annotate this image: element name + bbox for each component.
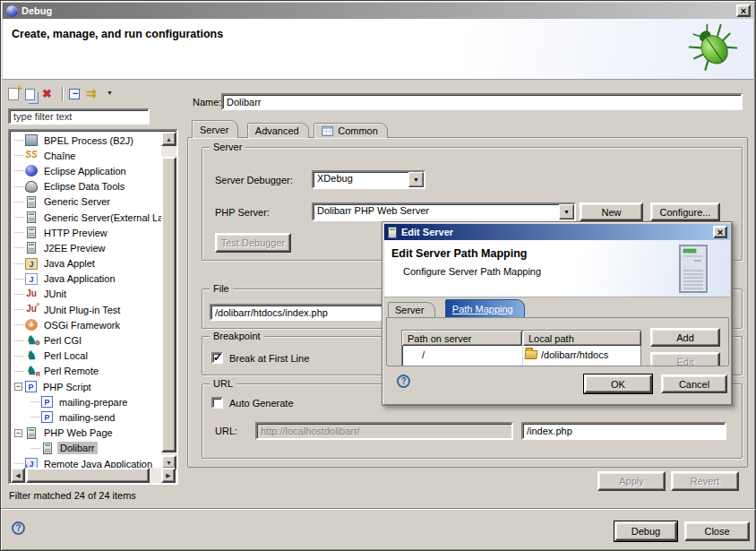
window-title: Debug xyxy=(21,5,52,16)
tree-item-mailing-prepare[interactable]: mailing-prepare xyxy=(11,394,160,409)
tree-connector xyxy=(30,417,40,418)
tab-common[interactable]: Common xyxy=(314,123,388,138)
name-input[interactable] xyxy=(221,93,743,110)
tree-item-mailing-send[interactable]: mailing-send xyxy=(11,409,160,425)
tab-label: Server xyxy=(200,125,228,135)
server-debugger-combo[interactable]: XDebug xyxy=(312,170,425,189)
junit-icon xyxy=(25,288,38,300)
menu-arrow-icon[interactable] xyxy=(107,87,115,101)
collapse-expander-icon[interactable]: − xyxy=(14,383,22,391)
perl-remote-icon xyxy=(25,366,38,377)
ok-button[interactable]: OK xyxy=(584,375,652,393)
tree-item-j2ee-preview[interactable]: J2EE Preview xyxy=(11,240,160,255)
banner-title: Create, manage, and run configurations xyxy=(3,19,753,40)
tree-item-junit-plug-in-test[interactable]: JUnit Plug-in Test xyxy=(11,302,160,317)
tree-vertical-scrollbar[interactable]: ▲ ▼ xyxy=(161,132,176,469)
tree-horizontal-scrollbar[interactable]: ◀ ▶ xyxy=(11,468,176,483)
tree-item-dolibarr[interactable]: Dolibarr xyxy=(11,441,160,456)
tree-item-osgi-framework[interactable]: OSGi Framework xyxy=(11,317,160,332)
path-mapping-table[interactable]: Path on serverLocal path//dolibarr/htdoc… xyxy=(401,330,641,366)
tree-item-perl-local[interactable]: Perl Local xyxy=(11,349,160,364)
dialog-close-button[interactable] xyxy=(713,226,727,238)
collapse-expander-icon[interactable]: − xyxy=(14,429,22,437)
file-group-title: File xyxy=(210,283,233,294)
help-icon[interactable] xyxy=(12,521,25,535)
tree-item-eclipse-data-tools[interactable]: Eclipse Data Tools xyxy=(11,179,160,194)
vertical-scroll-thumb[interactable] xyxy=(161,157,176,452)
tree-connector xyxy=(14,324,24,325)
config-toolbar xyxy=(8,84,115,104)
scroll-right-icon[interactable]: ▶ xyxy=(161,468,176,483)
tree-item-label: Perl CGI xyxy=(41,334,84,347)
tree-item-perl-cgi[interactable]: Perl CGI xyxy=(11,332,160,348)
tree-item-cha-ne[interactable]: Chaîne xyxy=(11,148,160,163)
dialog-titlebar[interactable]: Edit Server xyxy=(384,224,730,240)
folder-icon xyxy=(524,350,537,359)
tree-item-php-web-page[interactable]: −PHP Web Page xyxy=(11,426,160,441)
tab-advanced[interactable]: Advanced xyxy=(247,123,309,138)
dialog-tab-path-mapping[interactable]: Path Mapping xyxy=(445,299,525,317)
tree-item-perl-remote[interactable]: Perl Remote xyxy=(11,364,160,379)
scroll-left-icon[interactable]: ◀ xyxy=(11,468,25,483)
tree-item-label: Generic Server(External La xyxy=(41,211,166,224)
server-group-title: Server xyxy=(210,142,245,152)
delete-icon[interactable] xyxy=(41,87,56,101)
tree-item-generic-server[interactable]: Generic Server xyxy=(11,194,160,210)
auto-generate-label: Auto Generate xyxy=(229,398,294,409)
tree-item-label: PHP Web Page xyxy=(41,426,116,439)
window-close-button[interactable] xyxy=(736,4,751,17)
cell-local-path[interactable]: /dolibarr/htdocs xyxy=(523,347,640,362)
server-icon xyxy=(388,227,397,238)
edit-mapping-button[interactable]: Edit xyxy=(650,352,720,366)
new-config-icon[interactable] xyxy=(8,88,19,100)
junit-plugin-icon xyxy=(25,304,38,315)
banner: Create, manage, and run configurations xyxy=(3,19,753,80)
filter-icon[interactable] xyxy=(86,87,100,101)
breakpoint-group-title: Breakpoint xyxy=(210,331,264,341)
revert-button[interactable]: Revert xyxy=(671,471,739,491)
cell-path-on-server[interactable]: / xyxy=(402,347,522,362)
auto-generate-checkbox[interactable] xyxy=(211,397,223,409)
php-icon xyxy=(41,411,53,423)
cancel-button[interactable]: Cancel xyxy=(661,375,727,393)
tree-connector xyxy=(14,340,24,341)
tree-item-label: Dolibarr xyxy=(57,442,98,454)
chevron-down-icon[interactable] xyxy=(559,204,574,220)
tree-item-php-script[interactable]: −PHP Script xyxy=(11,379,160,394)
perl-cgi-icon xyxy=(25,335,38,347)
add-mapping-button[interactable]: Add xyxy=(650,328,720,347)
duplicate-icon[interactable] xyxy=(25,89,35,100)
url-path-input[interactable] xyxy=(521,422,726,440)
debug-button[interactable]: Debug xyxy=(614,521,677,541)
tab-server[interactable]: Server xyxy=(192,120,238,138)
configure-server-button[interactable]: Configure... xyxy=(650,202,720,221)
dialog-help-icon[interactable] xyxy=(397,375,410,388)
apply-button[interactable]: Apply xyxy=(597,471,666,491)
tree-item-junit[interactable]: JUnit xyxy=(11,287,160,302)
tree-item-java-application[interactable]: Java Application xyxy=(11,271,160,287)
php-server-combo[interactable]: Dolibarr PHP Web Server xyxy=(312,202,576,221)
url-group-title: URL xyxy=(210,378,236,389)
column-header-path-on-server[interactable]: Path on server xyxy=(402,331,522,346)
tree-item-http-preview[interactable]: HTTP Preview xyxy=(11,225,160,240)
window-titlebar[interactable]: Debug xyxy=(3,3,753,19)
applet-icon xyxy=(25,258,38,270)
php-icon xyxy=(25,381,37,392)
break-first-line-checkbox[interactable] xyxy=(211,352,223,364)
new-server-button[interactable]: New xyxy=(580,202,643,221)
tree-item-generic-server-external-la[interactable]: Generic Server(External La xyxy=(11,210,160,225)
tree-item-eclipse-application[interactable]: Eclipse Application xyxy=(11,163,160,178)
horizontal-scroll-thumb[interactable] xyxy=(26,468,150,483)
tree-item-java-applet[interactable]: Java Applet xyxy=(11,256,160,271)
filter-input[interactable] xyxy=(8,108,150,125)
scroll-up-icon[interactable]: ▲ xyxy=(161,132,176,146)
tree-connector xyxy=(14,170,24,171)
chevron-down-icon[interactable] xyxy=(408,172,424,187)
php-icon xyxy=(41,396,53,408)
dialog-tab-server[interactable]: Server xyxy=(388,302,435,317)
test-debugger-button[interactable]: Test Debugger xyxy=(215,233,291,253)
collapse-all-icon[interactable] xyxy=(69,89,80,99)
column-header-local-path[interactable]: Local path xyxy=(523,331,641,346)
close-button[interactable]: Close xyxy=(684,521,750,541)
tree-item-bpel-process-b2j[interactable]: BPEL Process (B2J) xyxy=(11,133,160,148)
